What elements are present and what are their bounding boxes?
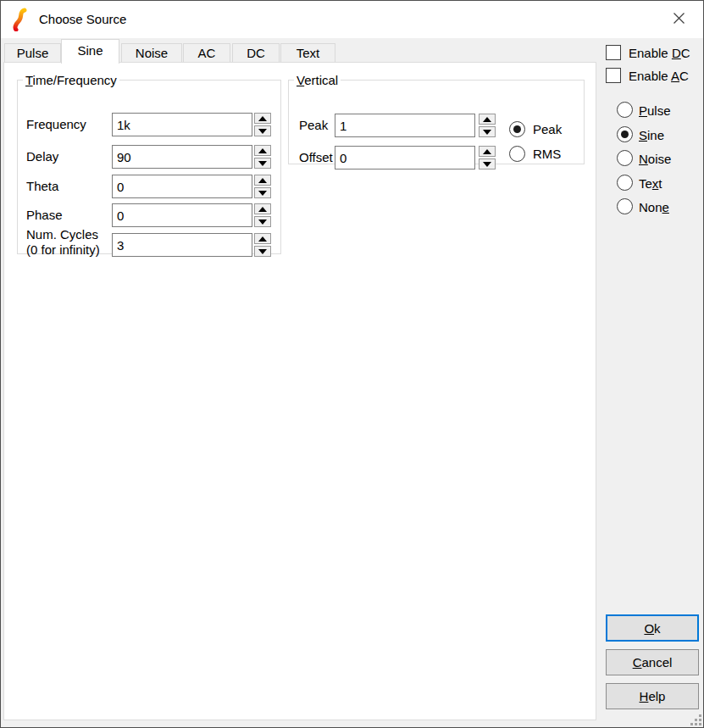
phase-label: Phase — [26, 207, 63, 224]
enable-ac-label[interactable]: Enable AC — [629, 69, 689, 83]
triangle-down-icon — [258, 249, 267, 254]
vertical-group: Vertical Peak Offset Peak RMS — [288, 73, 585, 164]
frequency-input[interactable] — [112, 113, 252, 136]
tab-sine[interactable]: Sine — [61, 39, 119, 64]
source-sine-label[interactable]: Sine — [639, 128, 664, 142]
peak-label: Peak — [299, 117, 328, 134]
source-text-radio[interactable] — [617, 175, 633, 191]
sine-tab-page: Time/Frequency Frequency Delay Theta Pha… — [3, 62, 596, 720]
num-cycles-label: Num. Cycles(0 for infinity) — [26, 227, 100, 258]
spin-down-button[interactable] — [254, 158, 271, 169]
enable-dc-checkbox[interactable] — [606, 45, 621, 60]
spin-up-button[interactable] — [254, 113, 271, 124]
enable-dc-label[interactable]: Enable DC — [629, 46, 690, 60]
rms-mode-radio[interactable] — [509, 146, 525, 162]
vertical-legend: Vertical — [294, 73, 341, 87]
theta-input[interactable] — [112, 175, 252, 198]
source-noise-radio[interactable] — [617, 150, 633, 166]
spin-down-button[interactable] — [254, 187, 271, 198]
time-frequency-legend: Time/Frequency — [23, 73, 119, 87]
source-pulse-radio[interactable] — [617, 102, 633, 118]
tab-pulse[interactable]: Pulse — [4, 43, 61, 63]
triangle-down-icon — [258, 191, 267, 196]
close-icon — [673, 12, 685, 27]
peak-mode-radio[interactable] — [509, 121, 525, 137]
source-text-label[interactable]: Text — [639, 176, 662, 191]
ok-button[interactable]: Ok — [606, 614, 699, 642]
triangle-up-icon — [258, 207, 267, 212]
time-frequency-group: Time/Frequency Frequency Delay Theta Pha… — [17, 73, 281, 254]
enable-ac-checkbox[interactable] — [606, 68, 621, 83]
phase-input[interactable] — [112, 203, 252, 227]
delay-spinner — [254, 145, 271, 169]
help-button[interactable]: Help — [606, 683, 699, 709]
spin-down-button[interactable] — [254, 216, 271, 227]
peak-input[interactable] — [335, 114, 475, 137]
source-pulse-label[interactable]: Pulse — [639, 103, 671, 118]
offset-spinner — [479, 146, 496, 169]
spin-up-button[interactable] — [254, 233, 271, 244]
theta-label: Theta — [26, 178, 58, 195]
theta-spinner — [254, 175, 271, 198]
num-cycles-input[interactable] — [112, 233, 252, 257]
triangle-up-icon — [258, 178, 267, 183]
triangle-down-icon — [258, 129, 267, 134]
rms-mode-label[interactable]: RMS — [533, 147, 561, 161]
spin-down-button[interactable] — [479, 126, 496, 137]
spin-up-button[interactable] — [254, 203, 271, 214]
peak-spinner — [479, 114, 496, 137]
spin-down-button[interactable] — [254, 246, 271, 257]
triangle-down-icon — [483, 162, 491, 167]
triangle-up-icon — [258, 116, 267, 121]
resize-grip-icon[interactable] — [699, 714, 701, 717]
dialog-title: Choose Source — [39, 12, 126, 26]
triangle-up-icon — [258, 148, 267, 153]
offset-input[interactable] — [335, 146, 475, 169]
spin-up-button[interactable] — [254, 175, 271, 186]
triangle-up-icon — [483, 149, 491, 154]
source-sine-radio[interactable] — [617, 126, 633, 142]
triangle-up-icon — [258, 236, 267, 242]
spin-up-button[interactable] — [479, 146, 496, 157]
spin-down-button[interactable] — [254, 125, 271, 136]
cancel-button[interactable]: Cancel — [606, 649, 699, 675]
tab-noise[interactable]: Noise — [121, 43, 182, 63]
spin-down-button[interactable] — [479, 158, 496, 169]
triangle-down-icon — [258, 161, 267, 166]
tab-ac[interactable]: AC — [183, 43, 230, 63]
delay-input[interactable] — [112, 145, 252, 169]
triangle-down-icon — [483, 130, 491, 135]
spin-up-button[interactable] — [479, 114, 496, 125]
tab-dc[interactable]: DC — [232, 43, 280, 63]
close-button[interactable] — [655, 1, 703, 38]
source-none-radio[interactable] — [617, 198, 633, 214]
peak-mode-label[interactable]: Peak — [533, 122, 562, 136]
choose-source-dialog: Choose Source Pulse Sine Noise AC DC Tex… — [0, 0, 704, 728]
spin-up-button[interactable] — [254, 145, 271, 156]
triangle-down-icon — [258, 220, 267, 225]
phase-spinner — [254, 203, 271, 227]
app-wave-icon — [12, 8, 29, 34]
frequency-label: Frequency — [26, 116, 86, 133]
triangle-up-icon — [483, 117, 491, 122]
delay-label: Delay — [26, 148, 58, 165]
titlebar: Choose Source — [1, 1, 703, 38]
tab-text[interactable]: Text — [280, 43, 335, 63]
frequency-spinner — [254, 113, 271, 136]
num-cycles-spinner — [254, 233, 271, 257]
source-none-label[interactable]: None — [639, 200, 669, 214]
offset-label: Offset — [299, 149, 333, 166]
source-noise-label[interactable]: Noise — [639, 152, 671, 166]
